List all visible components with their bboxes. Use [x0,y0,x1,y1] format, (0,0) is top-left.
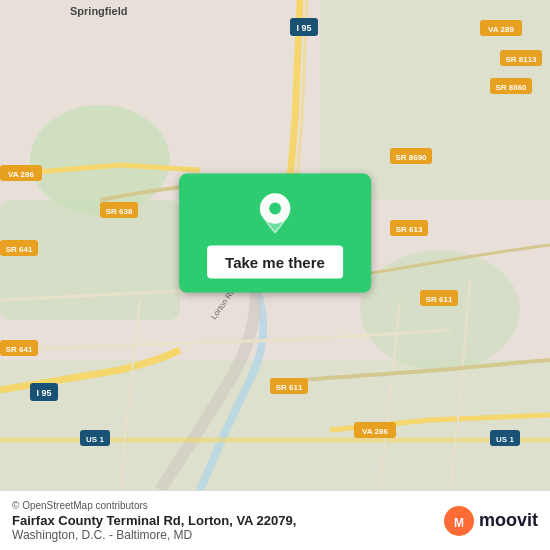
svg-text:I 95: I 95 [296,23,311,33]
location-pin-icon [253,192,297,236]
svg-text:VA 286: VA 286 [8,170,34,179]
svg-text:I 95: I 95 [36,388,51,398]
green-card: Take me there [179,174,371,293]
svg-text:SR 641: SR 641 [6,245,33,254]
svg-text:SR 611: SR 611 [426,295,453,304]
moovit-text: moovit [479,510,538,531]
bottom-bar: © OpenStreetMap contributors Fairfax Cou… [0,490,550,550]
subtitle-text: Washington, D.C. - Baltimore, MD [12,528,296,542]
moovit-logo: M moovit [443,505,538,537]
svg-text:SR 611: SR 611 [276,383,303,392]
svg-text:SR 8860: SR 8860 [495,83,527,92]
moovit-icon: M [443,505,475,537]
bottom-info: © OpenStreetMap contributors Fairfax Cou… [12,500,296,542]
svg-text:SR 613: SR 613 [396,225,423,234]
svg-text:US 1: US 1 [86,435,104,444]
osm-attribution: © OpenStreetMap contributors [12,500,296,511]
svg-text:US 1: US 1 [496,435,514,444]
svg-text:SR 8690: SR 8690 [395,153,427,162]
svg-text:M: M [454,516,464,530]
svg-text:VA 286: VA 286 [362,427,388,436]
svg-text:SR 641: SR 641 [6,345,33,354]
address-text: Fairfax County Terminal Rd, Lorton, VA 2… [12,513,296,528]
svg-text:SR 8113: SR 8113 [505,55,537,64]
take-me-there-button[interactable]: Take me there [207,246,343,279]
svg-point-41 [269,203,281,215]
map-container: I 95 I 95 VA 286 VA 289 SR 8113 SR 8690 … [0,0,550,490]
svg-text:Springfield: Springfield [70,5,127,17]
svg-rect-2 [0,200,180,320]
take-me-there-overlay: Take me there [179,174,371,293]
svg-text:VA 289: VA 289 [488,25,514,34]
svg-point-5 [360,250,520,370]
svg-text:SR 638: SR 638 [106,207,133,216]
